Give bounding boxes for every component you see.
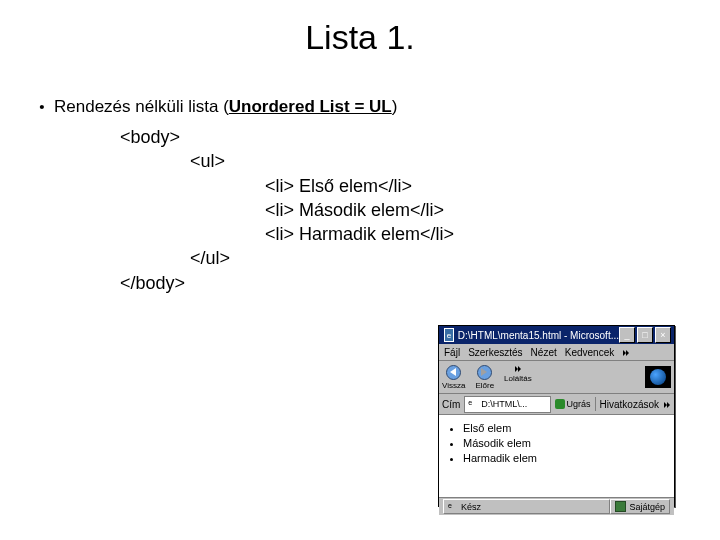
zone-icon [615,501,626,512]
browser-viewport: Első elem Második elem Harmadik elem [439,415,674,498]
browser-menubar: Fájl Szerkesztés Nézet Kedvencek [439,344,674,361]
forward-arrow-icon [477,365,492,380]
code-body-close: </body> [30,271,720,295]
code-ul-open: <ul> [30,149,720,173]
bullet-item: • Rendezés nélküli lista (Unordered List… [30,97,720,117]
menu-view[interactable]: Nézet [531,347,557,358]
list-item: Harmadik elem [463,451,670,466]
go-button[interactable]: Ugrás [555,399,591,409]
code-li-3: <li> Harmadik elem</li> [30,222,720,246]
back-button[interactable]: Vissza [442,365,465,390]
throbber-icon [645,366,671,388]
browser-title: D:\HTML\menta15.html - Microsoft... [458,330,619,341]
toolbar-more[interactable]: Loláltás [504,365,532,390]
browser-statusbar: e Kész Sajátgép [439,498,674,515]
browser-addressbar: Cím e D:\HTML\... Ugrás Hivatkozások [439,394,674,415]
maximize-button[interactable]: □ [637,327,653,343]
browser-window: e D:\HTML\menta15.html - Microsoft... _ … [438,325,675,507]
links-chevron[interactable] [663,399,671,410]
slide-title: Lista 1. [0,0,720,67]
forward-label: Előre [475,381,494,390]
forward-button[interactable]: Előre [475,365,494,390]
address-label: Cím [442,399,460,410]
browser-titlebar: e D:\HTML\menta15.html - Microsoft... _ … [439,326,674,344]
back-arrow-icon [446,365,461,380]
go-icon [555,399,565,409]
url-ie-icon: e [468,399,478,409]
minimize-button[interactable]: _ [619,327,635,343]
status-ie-icon: e [448,502,458,512]
back-label: Vissza [442,381,465,390]
browser-toolbar: Vissza Előre Loláltás [439,361,674,394]
code-li-1: <li> Első elem</li> [30,174,720,198]
menu-edit[interactable]: Szerkesztés [468,347,522,358]
code-ul-close: </ul> [30,246,720,270]
bullet-dot: • [30,98,54,115]
bullet-text: Rendezés nélküli lista (Unordered List =… [54,97,397,117]
links-label[interactable]: Hivatkozások [600,399,659,410]
code-li-2: <li> Második elem</li> [30,198,720,222]
code-body-open: <body> [30,125,720,149]
list-item: Második elem [463,436,670,451]
code-block: <body> <ul> <li> Első elem</li> <li> Más… [30,117,720,295]
toolbar-more-chevron [514,365,522,374]
toolbar-more-label: Loláltás [504,374,532,383]
list-item: Első elem [463,421,670,436]
status-zone: Sajátgép [629,502,665,512]
bullet-lead: Rendezés nélküli lista ( [54,97,229,116]
menu-file[interactable]: Fájl [444,347,460,358]
address-input[interactable]: e D:\HTML\... [464,396,550,413]
status-done: Kész [461,502,481,512]
menu-more-chevron[interactable] [622,347,630,358]
menu-favorites[interactable]: Kedvencek [565,347,614,358]
address-value: D:\HTML\... [481,399,527,409]
bullet-tail: ) [392,97,398,116]
close-button[interactable]: × [655,327,671,343]
slide-content: • Rendezés nélküli lista (Unordered List… [0,67,720,295]
bullet-bold: Unordered List = UL [229,97,392,116]
ie-icon: e [444,328,454,342]
go-label: Ugrás [567,399,591,409]
